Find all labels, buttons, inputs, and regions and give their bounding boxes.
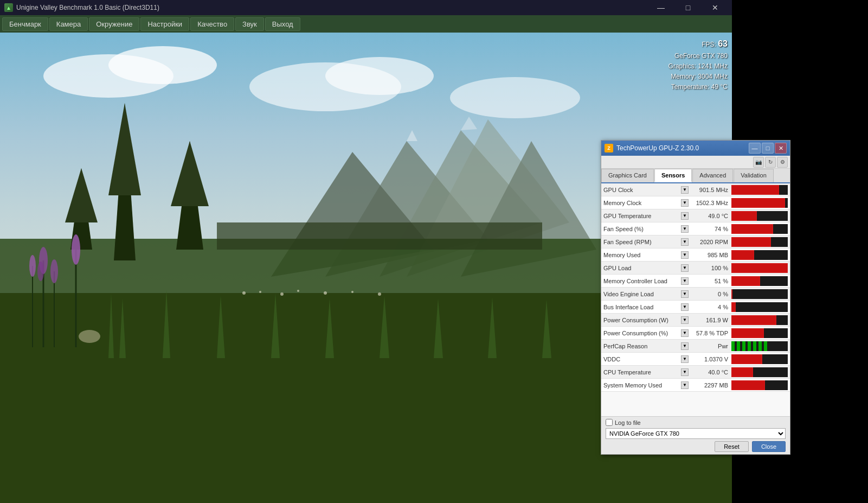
sensor-row: GPU Clock▼901.5 MHz xyxy=(601,183,790,196)
tab-advanced[interactable]: Advanced xyxy=(692,169,733,182)
sensor-dropdown-arrow[interactable]: ▼ xyxy=(681,316,689,324)
sensor-value: 1.0370 V xyxy=(691,356,731,362)
sensor-name-text: PerfCap Reason xyxy=(603,343,681,349)
sensor-dropdown-arrow[interactable]: ▼ xyxy=(681,368,689,376)
svg-point-10 xyxy=(325,57,434,95)
sensor-bar-container xyxy=(731,276,788,286)
sensor-name-text: Bus Interface Load xyxy=(603,304,681,310)
sensor-bar-container xyxy=(731,380,788,390)
svg-point-29 xyxy=(72,234,80,265)
sensor-row: Fan Speed (RPM)▼2020 RPM xyxy=(601,235,790,249)
gpuz-toolbar: 📷 ↻ ⚙ xyxy=(601,156,790,169)
sensor-value: 57.8 % TDP xyxy=(691,330,731,336)
tab-sensors[interactable]: Sensors xyxy=(654,169,692,182)
gpu-select-row: NVIDIA GeForce GTX 780 xyxy=(606,428,786,439)
sensor-dropdown-arrow[interactable]: ▼ xyxy=(681,329,689,337)
fps-label: FPS: xyxy=(702,41,716,48)
sensor-name-text: VDDC xyxy=(603,356,681,362)
svg-point-27 xyxy=(50,259,58,283)
sensor-dropdown-arrow[interactable]: ▼ xyxy=(681,199,689,207)
window-controls: — □ ✕ xyxy=(648,0,728,15)
temperature-overlay: Temperature: 49 °C xyxy=(668,82,728,92)
sensor-row: VDDC▼1.0370 V xyxy=(601,353,790,366)
menu-sound[interactable]: Звук xyxy=(235,17,264,31)
settings-icon[interactable]: ⚙ xyxy=(777,157,788,168)
refresh-icon[interactable]: ↻ xyxy=(765,157,776,168)
sensor-value: 2297 MB xyxy=(691,382,731,389)
gpu-name-overlay: GeForce GTX 780 xyxy=(668,51,728,61)
tab-validation[interactable]: Validation xyxy=(734,169,774,182)
sensor-dropdown-arrow[interactable]: ▼ xyxy=(681,225,689,233)
sensor-bar-container xyxy=(731,263,788,273)
menu-bar: Бенчмарк Камера Окружение Настройки Каче… xyxy=(0,15,732,33)
svg-point-46 xyxy=(378,292,381,296)
sensor-row: Bus Interface Load▼4 % xyxy=(601,301,790,314)
sensor-row: Video Engine Load▼0 % xyxy=(601,288,790,301)
fps-overlay: FPS: 63 GeForce GTX 780 Graphics: 1241 M… xyxy=(668,37,728,92)
sensor-dropdown-arrow[interactable]: ▼ xyxy=(681,277,689,285)
sensor-value: 161.9 W xyxy=(691,317,731,323)
svg-point-8 xyxy=(108,46,217,84)
svg-point-43 xyxy=(297,290,299,292)
sensor-dropdown-arrow[interactable]: ▼ xyxy=(681,251,689,259)
sensor-dropdown-arrow[interactable]: ▼ xyxy=(681,264,689,272)
sensor-dropdown-arrow[interactable]: ▼ xyxy=(681,186,689,194)
sensor-bar xyxy=(731,211,757,221)
sensor-dropdown-arrow[interactable]: ▼ xyxy=(681,303,689,311)
menu-exit[interactable]: Выход xyxy=(265,17,300,31)
sensor-name-text: Power Consumption (W) xyxy=(603,317,681,323)
sensor-dropdown-arrow[interactable]: ▼ xyxy=(681,238,689,246)
svg-point-23 xyxy=(37,262,44,281)
gpuz-close-button[interactable]: ✕ xyxy=(775,143,787,154)
sensor-value: 49.0 °C xyxy=(691,213,731,219)
menu-camera[interactable]: Камера xyxy=(49,17,88,31)
sensor-name-text: CPU Temperature xyxy=(603,369,681,375)
gpuz-bottom: Log to file NVIDIA GeForce GTX 780 Reset… xyxy=(601,416,790,454)
sensor-name-text: Fan Speed (RPM) xyxy=(603,239,681,245)
sensor-dropdown-arrow[interactable]: ▼ xyxy=(681,212,689,220)
sensor-dropdown-arrow[interactable]: ▼ xyxy=(681,355,689,363)
svg-point-11 xyxy=(450,77,580,118)
gpuz-title: TechPowerUp GPU-Z 2.30.0 xyxy=(616,144,699,152)
gpuz-icon: Z xyxy=(605,144,613,152)
svg-marker-6 xyxy=(461,117,477,130)
sensor-bar xyxy=(731,289,732,299)
tab-graphics-card[interactable]: Graphics Card xyxy=(601,169,654,182)
close-button[interactable]: ✕ xyxy=(703,0,728,15)
sensor-dropdown-arrow[interactable]: ▼ xyxy=(681,290,689,298)
fps-value: 63 xyxy=(718,39,728,48)
sensor-bar-container xyxy=(731,328,788,338)
sensor-name-text: Memory Used xyxy=(603,252,681,258)
sensor-bar-container xyxy=(731,198,788,208)
sensor-value: 985 MB xyxy=(691,252,731,258)
menu-benchmark[interactable]: Бенчмарк xyxy=(2,17,48,31)
sensor-dropdown-arrow[interactable]: ▼ xyxy=(681,342,689,350)
menu-settings[interactable]: Настройки xyxy=(140,17,189,31)
sensor-bar xyxy=(731,263,788,273)
sensor-name-text: System Memory Used xyxy=(603,382,681,389)
gpuz-maximize-button[interactable]: □ xyxy=(762,143,774,154)
sensor-bar xyxy=(731,276,760,286)
menu-environment[interactable]: Окружение xyxy=(89,17,139,31)
close-gpuz-button[interactable]: Close xyxy=(752,441,786,452)
sensor-name-text: GPU Load xyxy=(603,265,681,271)
sensor-name-text: Memory Clock xyxy=(603,200,681,206)
sensor-bar-container xyxy=(731,237,788,247)
sensor-dropdown-arrow[interactable]: ▼ xyxy=(681,381,689,389)
maximize-button[interactable]: □ xyxy=(676,0,700,15)
camera-icon[interactable]: 📷 xyxy=(753,157,764,168)
gpu-select-dropdown[interactable]: NVIDIA GeForce GTX 780 xyxy=(606,428,786,439)
reset-button[interactable]: Reset xyxy=(715,441,749,452)
log-to-file-checkbox[interactable] xyxy=(606,419,613,426)
gpuz-minimize-button[interactable]: — xyxy=(749,143,761,154)
sensor-value: 1502.3 MHz xyxy=(691,200,731,206)
sensor-bar xyxy=(731,328,764,338)
sensor-bar xyxy=(731,367,753,377)
sensor-name-text: GPU Temperature xyxy=(603,213,681,219)
svg-point-41 xyxy=(259,291,261,293)
sensor-bar xyxy=(731,302,736,312)
window-title: Unigine Valley Benchmark 1.0 Basic (Dire… xyxy=(16,4,159,11)
sensor-row: Fan Speed (%)▼74 % xyxy=(601,222,790,235)
minimize-button[interactable]: — xyxy=(648,0,673,15)
menu-quality[interactable]: Качество xyxy=(190,17,234,31)
